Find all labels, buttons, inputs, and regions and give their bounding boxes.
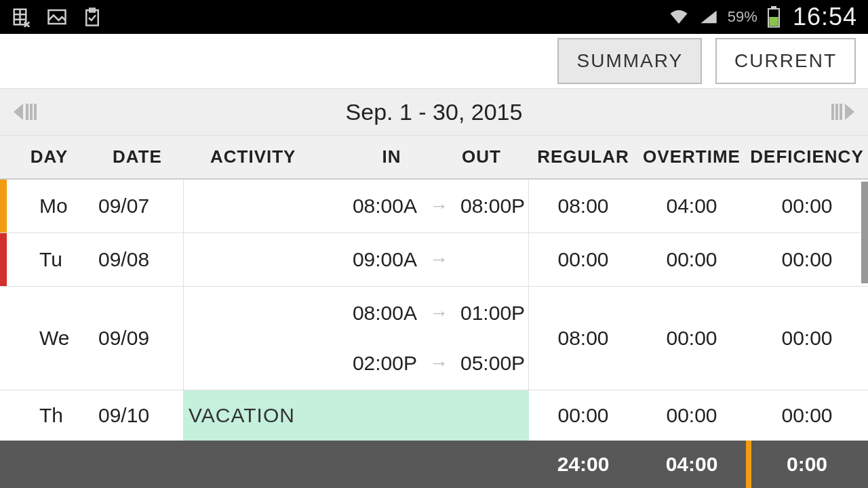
table-row[interactable]: Tu09/0809:00A→00:0000:0000:00 [0, 233, 868, 287]
scrollbar[interactable] [861, 182, 868, 283]
arrow-right-icon: → [429, 195, 448, 217]
cell-activity: VACATION [183, 390, 349, 441]
col-deficiency: DEFICIENCY [746, 146, 868, 167]
cell-day: We [7, 287, 92, 390]
total-overtime: 04:00 [637, 453, 746, 476]
col-day: DAY [7, 146, 92, 167]
time-in: 02:00P [349, 352, 417, 375]
status-clock: 16:54 [793, 3, 857, 31]
battery-icon [763, 6, 785, 28]
cell-regular: 00:00 [529, 233, 637, 286]
cell-regular: 08:00 [529, 180, 637, 232]
cell-day: Mo [7, 180, 92, 232]
table-row[interactable]: Mo09/0708:00A→08:00P08:0004:0000:00 [0, 180, 868, 233]
col-regular: REGULAR [529, 146, 637, 167]
cell-day: Th [7, 390, 92, 441]
cell-date: 09/10 [92, 390, 183, 441]
summary-button[interactable]: SUMMARY [557, 38, 702, 84]
top-toolbar: SUMMARY CURRENT [0, 34, 868, 88]
cell-date: 09/09 [92, 287, 183, 390]
col-overtime: OVERTIME [637, 146, 746, 167]
cell-overtime: 00:00 [637, 287, 746, 390]
cell-in-out: 08:00A→08:00P [349, 180, 529, 232]
cell-activity [183, 233, 349, 286]
time-out: 05:00P [460, 352, 528, 375]
clipboard-check-icon [81, 6, 103, 28]
cell-in-out: 08:00A→01:00P02:00P→05:00P [349, 287, 529, 390]
current-button[interactable]: CURRENT [715, 38, 856, 84]
image-icon [46, 6, 68, 28]
cell-date: 09/07 [92, 180, 183, 232]
spreadsheet-icon [11, 6, 33, 28]
signal-icon [698, 6, 719, 28]
row-status-stripe [0, 390, 7, 441]
cell-deficiency: 00:00 [746, 180, 868, 232]
cell-activity [183, 180, 349, 232]
row-status-stripe [0, 233, 7, 286]
date-navigation: Sep. 1 - 30, 2015 [0, 88, 868, 136]
cell-overtime: 00:00 [637, 233, 746, 286]
cell-in-out [349, 390, 529, 441]
row-status-stripe [0, 287, 7, 390]
cell-regular: 08:00 [529, 287, 637, 390]
cell-deficiency: 00:00 [746, 233, 868, 286]
cell-in-out: 09:00A→ [349, 233, 529, 286]
table-body: Mo09/0708:00A→08:00P08:0004:0000:00Tu09/… [0, 180, 868, 441]
time-in: 08:00A [349, 195, 417, 218]
total-regular: 24:00 [529, 453, 637, 476]
battery-percentage: 59% [728, 8, 757, 26]
arrow-right-icon: → [429, 352, 448, 374]
table-header: DAY DATE ACTIVITY IN OUT REGULAR OVERTIM… [0, 136, 868, 180]
total-deficiency: 0:00 [746, 441, 868, 488]
arrow-right-icon: → [429, 302, 448, 324]
svg-rect-12 [769, 17, 778, 26]
time-out: 01:00P [460, 302, 528, 325]
time-in: 09:00A [349, 248, 417, 271]
cell-overtime: 04:00 [637, 180, 746, 232]
row-status-stripe [0, 180, 7, 232]
col-out: OUT [434, 146, 529, 167]
table-row[interactable]: We09/0908:00A→01:00P02:00P→05:00P08:0000… [0, 287, 868, 390]
cell-deficiency: 00:00 [746, 390, 868, 441]
col-date: DATE [92, 146, 183, 167]
time-in: 08:00A [349, 302, 417, 325]
cell-activity [183, 287, 349, 390]
col-in: IN [349, 146, 434, 167]
totals-footer: 24:00 04:00 0:00 [0, 441, 868, 488]
cell-deficiency: 00:00 [746, 287, 868, 390]
wifi-icon [668, 6, 690, 28]
table-row[interactable]: Th09/10VACATION00:0000:0000:00 [0, 390, 868, 441]
time-out: 08:00P [460, 195, 528, 218]
cell-day: Tu [7, 233, 92, 286]
cell-regular: 00:00 [529, 390, 637, 441]
next-period-button[interactable] [831, 104, 854, 120]
cell-date: 09/08 [92, 233, 183, 286]
cell-overtime: 00:00 [637, 390, 746, 441]
prev-period-button[interactable] [14, 104, 37, 120]
svg-marker-9 [701, 11, 716, 24]
android-status-bar: 59% 16:54 [0, 0, 868, 34]
col-activity: ACTIVITY [183, 146, 349, 167]
arrow-right-icon: → [429, 249, 448, 270]
date-range-label: Sep. 1 - 30, 2015 [346, 99, 523, 125]
